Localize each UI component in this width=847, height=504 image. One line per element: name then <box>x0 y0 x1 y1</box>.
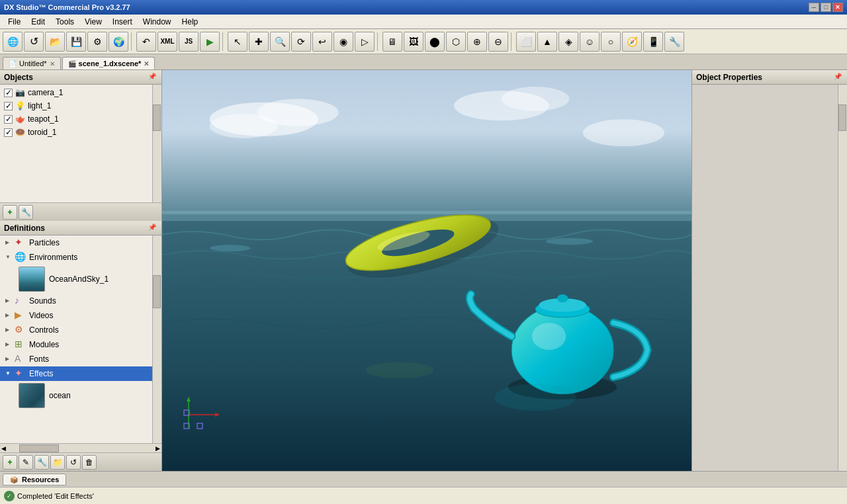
h-scroll-left[interactable]: ◀ <box>1 445 6 452</box>
minimize-button[interactable]: ─ <box>809 3 819 12</box>
toolbar-view3d[interactable]: ◈ <box>558 32 578 52</box>
h-scroll-right[interactable]: ▶ <box>156 445 160 452</box>
toolbar-earth[interactable]: 🌍 <box>109 32 128 52</box>
def-videos[interactable]: ▶ ▶ Videos <box>0 308 152 323</box>
def-effects[interactable]: ▼ ✦ Effects <box>0 366 152 381</box>
toolbar-play[interactable]: ▶ <box>200 32 220 52</box>
light1-checkbox[interactable]: ✓ <box>4 102 13 110</box>
toolbar-undo2[interactable]: ↩ <box>312 32 332 52</box>
def-edit-btn[interactable]: ✎ <box>19 455 33 470</box>
teapot1-checkbox[interactable]: ✓ <box>4 115 13 124</box>
def-oceanandsky1[interactable]: OceanAndSky_1 <box>0 265 152 294</box>
objects-add-btn[interactable]: + <box>3 205 17 220</box>
def-controls[interactable]: ▶ ⚙ Controls <box>0 323 152 337</box>
env-expand[interactable]: ▼ <box>5 254 12 261</box>
effects-expand[interactable]: ▼ <box>5 370 12 377</box>
toolbar-monitor[interactable]: 🖥 <box>382 32 402 52</box>
toolbar-nav[interactable]: 🧭 <box>622 32 642 52</box>
menu-insert[interactable]: Insert <box>107 16 138 28</box>
particles-expand[interactable]: ▶ <box>5 239 12 246</box>
toolbar: 🌐 ↺ 📂 💾 ⚙ 🌍 ↶ XML JS ▶ ↖ ✚ 🔍 ⟳ ↩ ◉ ▷ 🖥 🖼… <box>0 29 847 54</box>
toolbar-cube[interactable]: ⬜ <box>516 32 536 52</box>
toolbar-globe[interactable]: 🌐 <box>3 32 22 52</box>
toolbar-sphere[interactable]: ⬤ <box>425 32 445 52</box>
def-particles[interactable]: ▶ ✦ Particles <box>0 235 152 250</box>
definitions-scrollbar-thumb[interactable] <box>153 275 161 308</box>
viewport[interactable] <box>162 70 691 471</box>
toolbar-zoom-plus[interactable]: ⊕ <box>467 32 487 52</box>
toolbar-move[interactable]: ✚ <box>249 32 269 52</box>
objects-wrench-btn[interactable]: 🔧 <box>19 205 33 220</box>
menu-view[interactable]: View <box>79 16 107 28</box>
def-trash-btn[interactable]: 🗑 <box>82 455 97 470</box>
def-environments[interactable]: ▼ 🌐 Environments <box>0 250 152 265</box>
camera1-checkbox[interactable]: ✓ <box>4 89 13 97</box>
tab-untitled[interactable]: 📄 Untitled* ✕ <box>3 57 61 69</box>
def-add-btn[interactable]: + <box>3 455 17 470</box>
toolbar-select[interactable]: ↖ <box>228 32 247 52</box>
menu-tools[interactable]: Tools <box>50 16 79 28</box>
def-modules[interactable]: ▶ ⊞ Modules <box>0 337 152 352</box>
def-fonts[interactable]: ▶ A Fonts <box>0 352 152 366</box>
bottom-tab-bar: 📦 Resources <box>0 471 847 487</box>
menu-window[interactable]: Window <box>138 16 177 28</box>
object-toroid1[interactable]: ✓ 🍩 toroid_1 <box>0 126 152 139</box>
tab-untitled-close[interactable]: ✕ <box>50 60 55 67</box>
toolbar-phone[interactable]: 📱 <box>643 32 663 52</box>
toolbar-save[interactable]: 💾 <box>66 32 86 52</box>
menu-help[interactable]: Help <box>177 16 204 28</box>
title-bar-controls[interactable]: ─ □ ✕ <box>809 3 843 12</box>
menu-file[interactable]: File <box>3 16 26 28</box>
toolbar-zoom[interactable]: 🔍 <box>270 32 290 52</box>
definitions-scrollbar[interactable] <box>152 235 161 443</box>
def-wrench-btn[interactable]: 🔧 <box>34 455 49 470</box>
definitions-pin-icon[interactable]: 📌 <box>148 224 157 233</box>
controls-expand[interactable]: ▶ <box>5 327 12 333</box>
toolbar-wrench[interactable]: 🔧 <box>664 32 684 52</box>
objects-section: Objects 📌 ✓ 📷 camera_1 ✓ 💡 light_1 <box>0 70 161 221</box>
toolbar-image[interactable]: 🖼 <box>404 32 424 52</box>
definitions-h-scrollbar[interactable]: ◀ ▶ <box>0 443 161 452</box>
definitions-h-thumb[interactable] <box>19 444 59 452</box>
toolbar-face[interactable]: ☺ <box>580 32 600 52</box>
def-refresh-btn[interactable]: ↺ <box>66 455 81 470</box>
modules-expand[interactable]: ▶ <box>5 341 12 348</box>
object-teapot1[interactable]: ✓ 🫖 teapot_1 <box>0 112 152 126</box>
toolbar-undo[interactable]: ↶ <box>136 32 156 52</box>
toroid1-label: toroid_1 <box>28 128 56 137</box>
toolbar-js[interactable]: JS <box>179 32 199 52</box>
properties-scrollbar-thumb[interactable] <box>838 105 846 131</box>
tab-scene1[interactable]: 🎬 scene_1.dxscene* ✕ <box>62 57 156 69</box>
toolbar-object[interactable]: ◉ <box>334 32 353 52</box>
toolbar-open[interactable]: 📂 <box>45 32 65 52</box>
toolbar-terrain[interactable]: ▲ <box>537 32 557 52</box>
toolbar-rotate[interactable]: ⟳ <box>291 32 311 52</box>
toolbar-zoom-minus[interactable]: ⊖ <box>488 32 508 52</box>
toolbar-xml[interactable]: XML <box>157 32 177 52</box>
sounds-expand[interactable]: ▶ <box>5 298 12 304</box>
maximize-button[interactable]: □ <box>821 3 831 12</box>
object-light1[interactable]: ✓ 💡 light_1 <box>0 99 152 112</box>
def-folder-btn[interactable]: 📁 <box>50 455 65 470</box>
toolbar-run[interactable]: ▷ <box>355 32 375 52</box>
properties-pin-icon[interactable]: 📌 <box>834 73 843 82</box>
toroid1-checkbox[interactable]: ✓ <box>4 128 13 137</box>
objects-pin-icon[interactable]: 📌 <box>148 73 157 82</box>
toolbar-settings[interactable]: ⚙ <box>87 32 107 52</box>
toolbar-refresh[interactable]: ↺ <box>24 32 44 52</box>
close-button[interactable]: ✕ <box>832 3 843 12</box>
object-camera1[interactable]: ✓ 📷 camera_1 <box>0 86 152 99</box>
toolbar-layers[interactable]: ⬡ <box>446 32 466 52</box>
videos-expand[interactable]: ▶ <box>5 312 12 319</box>
fonts-expand[interactable]: ▶ <box>5 356 12 362</box>
properties-scrollbar[interactable] <box>838 85 847 471</box>
menu-edit[interactable]: Edit <box>26 16 50 28</box>
def-ocean[interactable]: ocean <box>0 381 152 410</box>
tab-resources[interactable]: 📦 Resources <box>3 474 66 485</box>
toolbar-sphere2[interactable]: ○ <box>601 32 621 52</box>
objects-scrollbar[interactable] <box>152 85 161 202</box>
menu-bar: File Edit Tools View Insert Window Help <box>0 15 847 29</box>
objects-scrollbar-thumb[interactable] <box>153 105 161 131</box>
def-sounds[interactable]: ▶ ♪ Sounds <box>0 294 152 308</box>
tab-scene1-close[interactable]: ✕ <box>144 60 149 67</box>
